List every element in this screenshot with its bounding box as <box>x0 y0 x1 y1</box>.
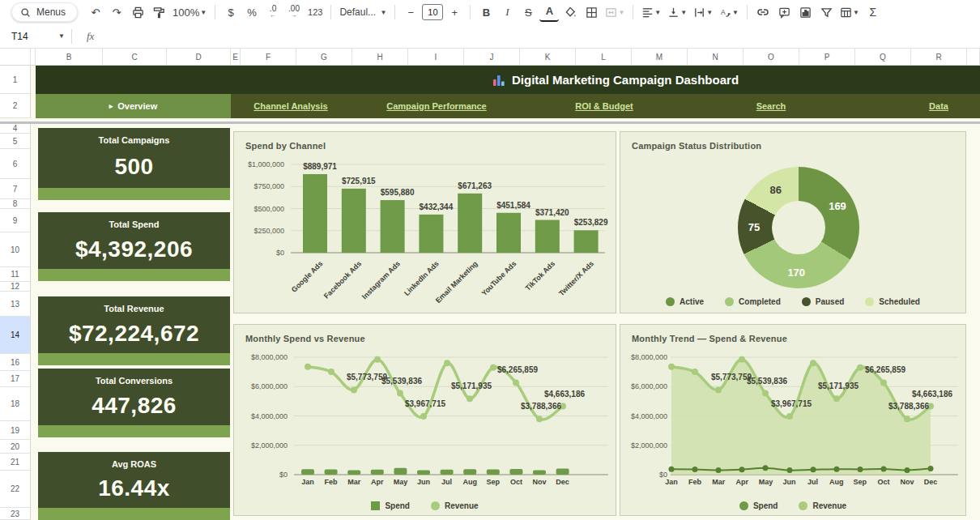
row-header-10[interactable]: 10 <box>0 232 31 267</box>
svg-text:Feb: Feb <box>688 478 702 486</box>
menus-button[interactable]: Menus <box>11 2 78 22</box>
page-title: Digital Marketing Campaign Dashboard <box>492 73 739 87</box>
svg-text:Twitter/X Ads: Twitter/X Ads <box>557 259 595 297</box>
bold-button[interactable]: B <box>476 2 496 22</box>
row-header-21[interactable]: 21 <box>0 454 31 471</box>
kpi-card-avg-roas[interactable]: Avg ROAS16.44x <box>38 452 230 508</box>
borders-button[interactable] <box>582 2 601 22</box>
decrease-decimals-button[interactable]: .0← <box>263 2 283 22</box>
column-header-K[interactable]: K <box>520 49 576 66</box>
chart-card-spend_by_channel[interactable]: Spend by Channel$1,000,000$750,000$500,0… <box>233 131 616 313</box>
insert-link-button[interactable] <box>753 2 773 22</box>
column-header-D[interactable]: D <box>167 49 231 66</box>
column-header-F[interactable]: F <box>241 49 296 66</box>
column-header-R[interactable]: R <box>911 49 967 66</box>
kpi-card-total-conversions[interactable]: Total Conversions447,826 <box>38 369 230 425</box>
kpi-label: Total Campaigns <box>38 128 230 145</box>
row-header-20[interactable]: 20 <box>0 440 31 454</box>
column-header-H[interactable]: H <box>352 49 408 66</box>
row-header-23[interactable]: 23 <box>0 508 31 520</box>
row-header-18[interactable]: 18 <box>0 387 31 421</box>
row-header-16[interactable]: 16 <box>0 354 31 371</box>
nav-link-search[interactable]: Search <box>756 101 786 111</box>
svg-text:Nov: Nov <box>900 478 914 486</box>
text-wrap-button[interactable]: ▼ <box>691 2 715 22</box>
chart-card-campaign_status[interactable]: Campaign Status Distribution1691707586Ac… <box>620 131 966 313</box>
row-header-19[interactable]: 19 <box>0 421 31 440</box>
nav-link-channel-analysis[interactable]: Channel Analysis <box>254 101 327 111</box>
row-header-9[interactable]: 9 <box>0 209 31 232</box>
kpi-card-total-spend[interactable]: Total Spend$4,392,206 <box>38 212 230 269</box>
undo-button[interactable]: ↶ <box>86 2 105 22</box>
zoom-select[interactable]: 100%▼ <box>170 2 209 22</box>
column-header-L[interactable]: L <box>576 49 632 66</box>
column-header-Q[interactable]: Q <box>855 49 911 66</box>
table-views-button[interactable]: ▼ <box>837 2 862 22</box>
insert-chart-button[interactable] <box>795 2 815 22</box>
text-rotation-button[interactable]: A ▼ <box>717 2 741 22</box>
column-header-O[interactable]: O <box>744 49 799 66</box>
create-filter-button[interactable] <box>816 2 836 22</box>
column-header-E[interactable]: E <box>231 49 241 66</box>
row-header-12[interactable]: 12 <box>0 282 31 292</box>
more-formats-button[interactable]: 123 <box>305 2 325 22</box>
nav-link-campaign-performance[interactable]: Campaign Performance <box>386 101 486 111</box>
kpi-card-total-campaigns[interactable]: Total Campaigns500 <box>38 128 230 188</box>
text-color-button[interactable]: A <box>539 2 559 22</box>
row-header-22[interactable]: 22 <box>0 471 31 508</box>
legend-item-scheduled: Scheduled <box>865 297 920 306</box>
svg-text:$8,000,000: $8,000,000 <box>631 353 667 361</box>
font-select[interactable]: Defaul...▼ <box>337 2 389 22</box>
row-header-5[interactable]: 5 <box>0 134 31 149</box>
column-header-G[interactable]: G <box>296 49 352 66</box>
name-box[interactable]: T14▼ <box>0 31 71 42</box>
column-header-I[interactable]: I <box>408 49 464 66</box>
kpi-accent-strip <box>38 188 230 200</box>
legend-item-spend: Spend <box>371 501 410 510</box>
insert-comment-button[interactable] <box>774 2 794 22</box>
column-header-M[interactable]: M <box>632 49 688 66</box>
row-header-2[interactable]: 2 <box>0 94 31 118</box>
italic-button[interactable]: I <box>497 2 517 22</box>
svg-text:$5,171,935: $5,171,935 <box>451 381 492 390</box>
row-header-7[interactable]: 7 <box>0 179 31 199</box>
row-header-11[interactable]: 11 <box>0 267 31 282</box>
row-header-14[interactable]: 14 <box>0 317 31 354</box>
row-header-6[interactable]: 6 <box>0 149 31 179</box>
increase-decimals-button[interactable]: .00→ <box>284 2 304 22</box>
print-button[interactable] <box>128 2 147 22</box>
format-percent-button[interactable]: % <box>242 2 262 22</box>
format-currency-button[interactable]: $ <box>221 2 241 22</box>
functions-button[interactable]: Σ <box>863 2 883 22</box>
column-header-J[interactable]: J <box>464 49 520 66</box>
row-header-17[interactable]: 17 <box>0 371 31 387</box>
font-size-input[interactable]: 10 <box>422 4 443 20</box>
chart-card-monthly_spend_vs_revenue[interactable]: Monthly Spend vs Revenue$8,000,000$6,000… <box>233 324 616 516</box>
column-header-P[interactable]: P <box>799 49 855 66</box>
horizontal-align-button[interactable]: ▼ <box>639 2 663 22</box>
tab-overview-active[interactable]: ▸Overview <box>36 94 231 118</box>
increase-font-size-button[interactable]: + <box>445 2 464 22</box>
redo-button[interactable]: ↷ <box>107 2 126 22</box>
column-header-C[interactable]: C <box>103 49 167 66</box>
row-header-4[interactable]: 4 <box>0 124 31 134</box>
row-header-1[interactable]: 1 <box>0 66 31 94</box>
svg-text:$5,539,836: $5,539,836 <box>381 377 422 386</box>
nav-link-data[interactable]: Data <box>929 101 948 111</box>
row-header-13[interactable]: 13 <box>0 292 31 317</box>
chart-card-monthly_trend[interactable]: Monthly Trend — Spend & Revenue$8,000,00… <box>620 324 966 516</box>
nav-link-roi-budget[interactable]: ROI & Budget <box>575 101 633 111</box>
svg-text:Jan: Jan <box>665 478 678 486</box>
column-header-N[interactable]: N <box>688 49 744 66</box>
paint-format-button[interactable] <box>149 2 168 22</box>
strikethrough-button[interactable]: S <box>518 2 538 22</box>
legend-swatch <box>739 501 748 510</box>
decrease-font-size-button[interactable]: − <box>401 2 420 22</box>
kpi-card-total-revenue[interactable]: Total Revenue$72,224,672 <box>38 296 230 353</box>
fill-color-button[interactable] <box>560 2 580 22</box>
legend-item-active: Active <box>666 297 704 306</box>
select-all-corner[interactable] <box>0 49 31 66</box>
row-header-8[interactable]: 8 <box>0 199 31 209</box>
vertical-align-button[interactable]: ▼ <box>665 2 689 22</box>
column-header-B[interactable]: B <box>36 49 103 66</box>
